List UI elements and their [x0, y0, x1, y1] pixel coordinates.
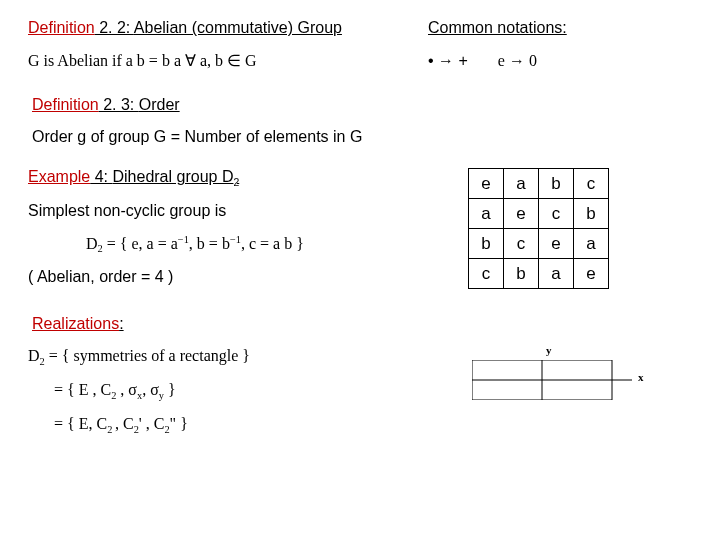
cell: e [469, 169, 504, 199]
cell: e [504, 199, 539, 229]
cayley-table: e a b c a e c b b c e a c [468, 168, 609, 289]
section-abelian: Definition 2. 2: Abelian (commutative) G… [28, 18, 692, 70]
cell: a [574, 229, 609, 259]
cell: e [574, 259, 609, 289]
definition-num-2: 2. 3: [99, 96, 139, 113]
example-left: Example 4: Dihedral group D2 Simplest no… [28, 168, 428, 289]
cell: c [539, 199, 574, 229]
table-row: e a b c [469, 169, 609, 199]
rectangle-diagram: y x [468, 345, 668, 407]
table-row: c b a e [469, 259, 609, 289]
notations-col: Common notations: • → + e → 0 [428, 18, 692, 70]
section-example: Example 4: Dihedral group D2 Simplest no… [28, 168, 692, 289]
abelian-left: Definition 2. 2: Abelian (commutative) G… [28, 18, 428, 70]
realization-c2: = { E, C2 , C2' , C2" } [28, 415, 428, 435]
cell: b [539, 169, 574, 199]
definition-label: Definition [28, 19, 95, 36]
cell: e [539, 229, 574, 259]
table-row: a e c b [469, 199, 609, 229]
abelian-order-note: ( Abelian, order = 4 ) [28, 268, 428, 286]
realization-rect: D2 = { symmetries of a rectangle } [28, 347, 428, 367]
abelian-statement: G is Abelian if a b = b a ∀ a, b ∈ G [28, 51, 428, 70]
realization-sigma: = { E , C2 , σx, σy } [28, 381, 428, 401]
order-statement: Order g of group G = Number of elements … [32, 128, 692, 146]
section-order: Definition 2. 3: Order Order g of group … [32, 96, 692, 146]
notation-plus: • → + [428, 51, 468, 70]
cell: b [504, 259, 539, 289]
order-title: Order [139, 96, 180, 113]
cell: a [469, 199, 504, 229]
rectangle-diagram-col: y x [428, 315, 692, 434]
section-realizations: Realizations: D2 = { symmetries of a rec… [28, 315, 692, 434]
notation-identity-zero: e → 0 [498, 51, 537, 70]
abelian-title: Abelian (commutative) Group [134, 19, 342, 36]
example-line-1: Simplest non-cyclic group is [28, 202, 428, 220]
order-heading: Definition 2. 3: Order [32, 96, 692, 114]
cell: c [574, 169, 609, 199]
definition-num: 2. 2: [95, 19, 134, 36]
definition-label-2: Definition [32, 96, 99, 113]
cell: a [504, 169, 539, 199]
rectangle-icon [472, 360, 632, 400]
cayley-col: e a b c a e c b b c e a c [428, 168, 692, 289]
slide: Definition 2. 2: Abelian (commutative) G… [0, 0, 720, 540]
d2-definition: D2 = { e, a = a−1, b = b−1, c = a b } [28, 234, 428, 254]
example-heading: Example 4: Dihedral group D2 [28, 168, 428, 188]
cell: b [469, 229, 504, 259]
example-title: Dihedral group D2 [112, 168, 239, 185]
abelian-heading: Definition 2. 2: Abelian (commutative) G… [28, 18, 428, 37]
cell: c [504, 229, 539, 259]
cell: b [574, 199, 609, 229]
realizations-heading: Realizations: [32, 315, 428, 333]
axis-x-label: x [638, 371, 644, 383]
example-num: 4: [90, 168, 112, 185]
table-row: b c e a [469, 229, 609, 259]
cell: c [469, 259, 504, 289]
cell: a [539, 259, 574, 289]
realizations-left: Realizations: D2 = { symmetries of a rec… [28, 315, 428, 434]
example-label: Example [28, 168, 90, 185]
axis-y-label: y [546, 344, 552, 356]
notations-line: • → + e → 0 [428, 51, 692, 70]
notations-heading: Common notations: [428, 18, 692, 37]
